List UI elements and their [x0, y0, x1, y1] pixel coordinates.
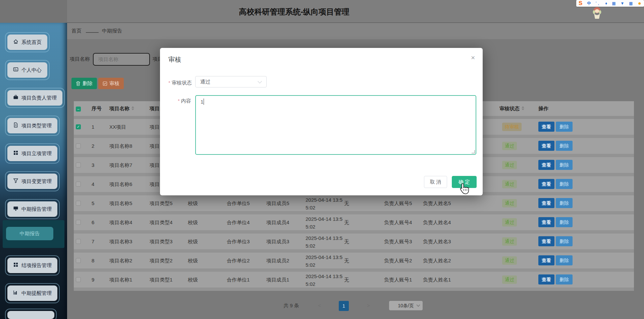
row-checkbox[interactable]: [76, 220, 81, 225]
status-select-value: 通过: [200, 79, 210, 85]
status-badge: 待审核: [502, 123, 522, 131]
close-icon[interactable]: ×: [471, 54, 475, 62]
cell-name: 项目名称5: [109, 195, 132, 211]
sidebar-item-结项报告管理[interactable]: 结项报告管理: [7, 258, 57, 273]
pagination-next[interactable]: >: [367, 303, 370, 308]
grid-icon: [13, 262, 18, 269]
status-badge: 通过: [502, 142, 517, 150]
view-button[interactable]: 查看: [538, 122, 554, 132]
cell-level: 校级: [188, 234, 198, 249]
row-checkbox[interactable]: [76, 163, 81, 168]
cell-seq: 8: [92, 253, 94, 268]
text-caret: [204, 99, 204, 105]
cell-end: 无: [344, 234, 349, 249]
view-button[interactable]: 查看: [538, 274, 554, 284]
view-button[interactable]: 查看: [538, 179, 554, 189]
col-header-status[interactable]: 审核状态: [499, 101, 524, 116]
idcard-icon: [13, 67, 18, 73]
sidebar-item-项目立项管理[interactable]: 项目立项管理: [7, 146, 57, 161]
pagination-total: 共 9 条: [283, 303, 299, 309]
sidebar: 系统首页个人中心项目负责人管理项目类型管理项目立项管理项目变更管理中期报告管理结…: [0, 23, 67, 319]
row-delete-button[interactable]: 删除: [556, 217, 573, 227]
cell-end: 无: [344, 195, 349, 211]
textarea-resize-grip[interactable]: [472, 150, 475, 153]
file-icon: [13, 122, 18, 129]
mic-icon: ♦: [605, 1, 607, 6]
pagination-page-1[interactable]: 1: [339, 301, 349, 311]
content-textarea-value: 1: [201, 99, 203, 105]
sidebar-item-项目负责人管理[interactable]: 项目负责人管理: [7, 90, 62, 106]
sidebar-item-个人中心[interactable]: 个人中心: [7, 62, 47, 78]
keyboard-icon: ▦: [612, 1, 615, 6]
row-delete-button[interactable]: 删除: [556, 141, 573, 151]
cell-seq: 2: [92, 138, 94, 154]
row-delete-button[interactable]: 删除: [556, 255, 573, 265]
sogou-logo: S: [579, 0, 582, 7]
col-header-action[interactable]: 操作: [538, 101, 548, 116]
cell-end: 无: [344, 214, 349, 230]
cell-type: 项目类型5: [150, 195, 172, 211]
cell-member: 项目成员1: [266, 272, 289, 288]
row-delete-button[interactable]: 删除: [556, 198, 573, 208]
breadcrumb-home[interactable]: 首页: [71, 28, 82, 34]
screen: 高校科研管理系统-纵向项目管理 首页 中期报告 系统首页个人中心项目负责人管理项…: [0, 0, 644, 319]
review-button[interactable]: 审核: [98, 78, 124, 89]
view-button[interactable]: 查看: [538, 160, 554, 170]
row-checkbox[interactable]: [76, 143, 81, 148]
chart-icon: [13, 290, 18, 297]
view-button[interactable]: 查看: [538, 255, 554, 265]
ime-toolbar[interactable]: S 中 '， ♦ ▦ ▼ ▩ ☻: [576, 0, 644, 7]
home-icon: [13, 39, 18, 46]
sort-carets-icon[interactable]: [131, 106, 134, 110]
sidebar-item-项目变更管理[interactable]: 项目变更管理: [7, 174, 57, 189]
cell-org: 合作单位3: [227, 234, 250, 249]
cancel-button[interactable]: 取 消: [424, 176, 447, 188]
select-all-checkbox[interactable]: –: [76, 107, 81, 112]
mouse-cursor-pointer: [459, 183, 469, 194]
search-placeholder: 项目名称: [98, 56, 118, 63]
cell-account: 负责人账号4: [384, 214, 412, 230]
cell-org: 合作单位1: [227, 272, 250, 288]
row-checkbox[interactable]: [76, 239, 81, 244]
row-delete-button[interactable]: 删除: [556, 122, 573, 132]
col-header-name[interactable]: 项目名称: [109, 101, 134, 116]
cell-type: 项目类型1: [150, 272, 172, 288]
breadcrumb-divider: [86, 32, 99, 33]
view-button[interactable]: 查看: [538, 198, 554, 208]
cell-account: 负责人账号5: [384, 195, 412, 211]
status-badge: 通过: [502, 180, 517, 188]
sidebar-item-系统首页[interactable]: 系统首页: [7, 35, 47, 50]
status-badge: 通过: [502, 199, 517, 207]
cell-name: 项目名称3: [109, 234, 132, 249]
sort-carets-icon[interactable]: [522, 106, 524, 110]
cell-date: 2025-04-14 13:5 5:02: [306, 214, 342, 230]
sidebar-item-midterm-report-active[interactable]: 中期报告: [6, 227, 53, 240]
status-badge: 通过: [502, 275, 517, 284]
row-delete-button[interactable]: 删除: [556, 274, 573, 284]
cell-name: XX项目: [109, 119, 126, 135]
sidebar-item-项目类型管理[interactable]: 项目类型管理: [7, 118, 57, 133]
view-button[interactable]: 查看: [538, 141, 554, 151]
row-checkbox[interactable]: ✓: [76, 124, 81, 129]
content-textarea[interactable]: [195, 95, 476, 155]
row-delete-button[interactable]: 删除: [556, 179, 573, 189]
row-delete-button[interactable]: 删除: [556, 160, 573, 170]
cell-name: 项目名称2: [109, 253, 132, 268]
cell-pname: 负责人姓名4: [423, 214, 451, 230]
cell-member: 项目成员2: [266, 253, 289, 268]
table-row: 6项目名称4项目类型4校级合作单位4项目成员42025-04-14 13:5 5…: [74, 214, 634, 234]
page-title: 高校科研管理系统-纵向项目管理: [239, 7, 350, 17]
sidebar-item-中期报告管理[interactable]: 中期报告管理: [7, 201, 57, 217]
row-checkbox[interactable]: [76, 258, 81, 263]
trash-icon: [76, 81, 80, 86]
view-button[interactable]: 查看: [538, 217, 554, 227]
header-corner: [0, 0, 67, 23]
delete-button[interactable]: 删除: [71, 78, 97, 89]
row-checkbox[interactable]: [76, 182, 81, 187]
view-button[interactable]: 查看: [538, 236, 554, 246]
row-delete-button[interactable]: 删除: [556, 236, 573, 246]
col-header-seq[interactable]: 序号: [92, 101, 102, 116]
pagination-prev[interactable]: <: [318, 303, 321, 308]
row-checkbox[interactable]: [76, 201, 81, 206]
row-checkbox[interactable]: [76, 277, 81, 282]
